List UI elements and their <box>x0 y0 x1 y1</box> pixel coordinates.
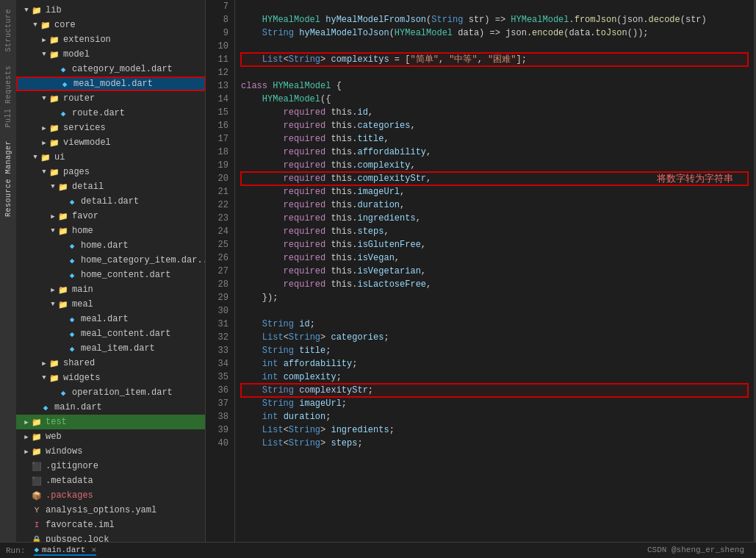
tree-item-analysis[interactable]: ▶ Y analysis_options.yaml <box>16 503 206 518</box>
tree-item-model[interactable]: ▼ 📁 model <box>16 47 206 62</box>
tree-item-shared[interactable]: ▶ 📁 shared <box>16 356 206 371</box>
tree-label-ui: ui <box>54 152 65 162</box>
main-container: Structure Pull Requests Resource Manager… <box>0 0 756 542</box>
tree-item-home[interactable]: ▼ 📁 home <box>16 223 206 238</box>
code-lines[interactable]: HYMealModel hyMealModelFromJson(String s… <box>235 0 754 542</box>
folder-icon-widgets: 📁 <box>48 372 60 384</box>
tree-item-extension[interactable]: ▶ 📁 extension <box>16 32 206 47</box>
tree-item-metadata[interactable]: ▶ ⬛ .metadata <box>16 473 206 488</box>
tree-item-core[interactable]: ▼ 📁 core <box>16 18 206 32</box>
tree-item-packages[interactable]: ▶ 📦 .packages <box>16 488 206 503</box>
dart-icon-home-cat: ◆ <box>66 254 78 266</box>
code-line-31: String id; <box>241 318 748 331</box>
run-label: Run: <box>6 546 25 555</box>
line-num-9: 9 <box>212 26 228 40</box>
line-num-40: 40 <box>212 437 228 450</box>
line-num-37: 37 <box>212 397 228 410</box>
dart-icon-meal-item: ◆ <box>66 343 78 354</box>
tree-item-main-dart[interactable]: ▶ ◆ main.dart <box>16 400 206 415</box>
tree-arrow-favor: ▶ <box>48 212 57 221</box>
dart-icon-home: ◆ <box>66 240 78 251</box>
tree-item-detail-dart[interactable]: ▶ ◆ detail.dart <box>16 194 206 209</box>
code-line-12 <box>241 66 748 79</box>
tree-item-lib[interactable]: ▼ 📁 lib <box>16 3 206 18</box>
tree-item-pages[interactable]: ▼ 📁 pages <box>16 165 206 179</box>
tree-item-windows[interactable]: ▶ 📁 windows <box>16 444 206 459</box>
tree-label-favor: favor <box>72 211 98 221</box>
code-line-37: String imageUrl; <box>241 397 748 410</box>
tree-item-meal-folder[interactable]: ▼ 📁 meal <box>16 297 206 312</box>
tree-item-meal-dart[interactable]: ▶ ◆ meal.dart <box>16 312 206 326</box>
line-num-12: 12 <box>212 66 228 79</box>
folder-icon-services: 📁 <box>48 122 60 134</box>
tree-label-operation-item: operation_item.dart <box>72 387 173 398</box>
tree-item-category-model[interactable]: ▶ ◆ category_model.dart <box>16 62 206 76</box>
tree-item-pubspec-lock[interactable]: ▶ 🔒 pubspec.lock <box>16 532 206 542</box>
tree-label-meal-model: meal_model.dart <box>73 79 153 89</box>
tree-label-detail-dart: detail.dart <box>81 196 139 207</box>
tree-item-favorcate[interactable]: ▶ I favorcate.iml <box>16 518 206 532</box>
tree-item-home-content[interactable]: ▶ ◆ home_content.dart <box>16 268 206 282</box>
tree-item-test[interactable]: ▶ 📁 test <box>16 415 206 429</box>
tree-item-web[interactable]: ▶ 📁 web <box>16 429 206 444</box>
tree-arrow-core: ▼ <box>31 21 40 29</box>
tree-label-services: services <box>63 123 106 133</box>
tree-item-viewmodel[interactable]: ▶ 📁 viewmodel <box>16 135 206 150</box>
tree-label-home-cat-item: home_category_item.dar... <box>81 255 206 265</box>
tree-item-meal-model[interactable]: ▶ ◆ meal_model.dart <box>16 76 206 91</box>
tree-item-detail[interactable]: ▼ 📁 detail <box>16 179 206 194</box>
folder-icon-main: 📁 <box>57 284 69 296</box>
folder-icon-pages: 📁 <box>48 166 60 178</box>
line-num-23: 23 <box>212 212 228 225</box>
tree-item-favor[interactable]: ▶ 📁 favor <box>16 209 206 223</box>
folder-icon-viewmodel: 📁 <box>48 137 60 149</box>
sidebar-tab-resource-manager[interactable]: Resource Manager <box>3 135 14 223</box>
folder-icon-windows: 📁 <box>31 446 43 457</box>
line-num-22: 22 <box>212 198 228 212</box>
tree-arrow-ui: ▼ <box>31 153 40 162</box>
folder-icon-detail: 📁 <box>57 181 69 193</box>
tree-item-gitignore[interactable]: ▶ ⬛ .gitignore <box>16 459 206 473</box>
tree-item-meal-content-dart[interactable]: ▶ ◆ meal_content.dart <box>16 326 206 341</box>
tree-item-ui[interactable]: ▼ 📁 ui <box>16 150 206 165</box>
lock-icon: 🔒 <box>31 534 43 542</box>
tree-item-meal-item-dart[interactable]: ▶ ◆ meal_item.dart <box>16 341 206 356</box>
tree-item-services[interactable]: ▶ 📁 services <box>16 121 206 135</box>
annotation-convert: 将数字转为字符串 <box>657 172 733 185</box>
code-line-15: required this.id, <box>241 106 748 119</box>
tree-item-home-dart[interactable]: ▶ ◆ home.dart <box>16 238 206 253</box>
code-line-10 <box>241 40 748 53</box>
code-line-35: int complexity; <box>241 371 748 384</box>
dart-icon-meal: ◆ <box>66 313 78 325</box>
line-num-39: 39 <box>212 423 228 437</box>
dart-icon-detail: ◆ <box>66 196 78 207</box>
code-line-33: String title; <box>241 344 748 357</box>
tree-item-home-cat-item[interactable]: ▶ ◆ home_category_item.dar... <box>16 253 206 268</box>
code-line-40: List<String> steps; <box>241 437 748 450</box>
code-line-16: required this.categories, <box>241 119 748 132</box>
file-tree: ▼ 📁 lib ▼ 📁 core ▶ 📁 extension ▼ 📁 model <box>16 0 206 542</box>
tree-label-home: home <box>72 226 93 236</box>
run-tab-main[interactable]: ◆ main.dart ✕ <box>34 545 96 556</box>
run-tab-close[interactable]: ✕ <box>91 545 96 554</box>
code-line-25: required this.isGlutenFree, <box>241 238 748 251</box>
tree-item-operation-item[interactable]: ▶ ◆ operation_item.dart <box>16 385 206 400</box>
sidebar-tab-pull-requests[interactable]: Pull Requests <box>3 60 14 134</box>
line-num-13: 13 <box>212 79 228 93</box>
tree-label-packages: .packages <box>46 490 93 501</box>
sidebar-tab-structure[interactable]: Structure <box>3 3 14 58</box>
tree-arrow-extension: ▶ <box>40 35 48 44</box>
line-num-21: 21 <box>212 185 228 198</box>
tree-label-pubspec-lock: pubspec.lock <box>46 534 109 542</box>
line-num-31: 31 <box>212 318 228 331</box>
tree-item-main-folder[interactable]: ▶ 📁 main <box>16 282 206 297</box>
tree-item-router[interactable]: ▼ 📁 router <box>16 91 206 106</box>
code-line-32: List<String> categories; <box>241 331 748 344</box>
tree-label-router: router <box>63 93 95 104</box>
tree-item-route[interactable]: ▶ ◆ route.dart <box>16 106 206 121</box>
code-line-36: String complexityStr; <box>241 384 748 397</box>
iml-icon: I <box>31 519 43 531</box>
code-line-28: required this.isLactoseFree, <box>241 278 748 291</box>
tree-label-category-model: category_model.dart <box>72 64 173 74</box>
tree-item-widgets[interactable]: ▼ 📁 widgets <box>16 371 206 385</box>
